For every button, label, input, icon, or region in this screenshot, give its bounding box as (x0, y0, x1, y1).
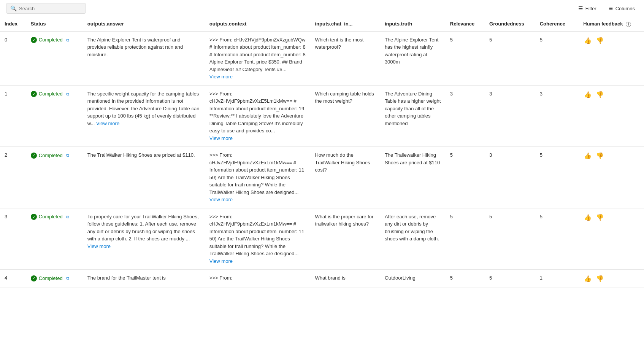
cell-context: >>> From: cHJvZHVjdF9pbmZvXzExLm1kMw== #… (205, 147, 311, 208)
status-badge: ✓Completed⧉ (31, 90, 69, 98)
col-header-truth: inputs.truth (380, 17, 446, 31)
thumbs-up-button[interactable]: 👍 (583, 274, 592, 283)
cell-coherence: 5 (535, 208, 579, 270)
external-link-icon[interactable]: ⧉ (66, 214, 69, 220)
cell-status: ✓Completed⧉ (26, 208, 83, 270)
cell-context: >>> From: cHJvZHVjdF9pbmZvXzE5Lm1kMw== #… (205, 85, 311, 147)
status-badge: ✓Completed⧉ (31, 152, 69, 159)
table-row: 3✓Completed⧉To properly care for your Tr… (0, 208, 644, 270)
cell-index: 4 (0, 270, 26, 288)
thumbs-up-button[interactable]: 👍 (583, 213, 592, 222)
status-label: Completed (39, 152, 63, 159)
cell-truth: OutdoorLiving (380, 270, 446, 288)
cell-index: 3 (0, 208, 26, 270)
context-view-more[interactable]: View more (209, 258, 233, 264)
answer-text: The Alpine Explorer Tent is waterproof a… (87, 37, 183, 57)
feedback-icons: 👍👎 (583, 90, 639, 99)
cell-relevance: 3 (446, 85, 485, 147)
external-link-icon[interactable]: ⧉ (66, 275, 69, 281)
cell-relevance: 5 (446, 31, 485, 86)
cell-relevance: 5 (446, 270, 485, 288)
thumbs-down-button[interactable]: 👎 (595, 151, 604, 160)
table-row: 0✓Completed⧉The Alpine Explorer Tent is … (0, 31, 644, 86)
feedback-icons: 👍👎 (583, 274, 639, 283)
cell-status: ✓Completed⧉ (26, 31, 83, 86)
cell-truth: After each use, remove any dirt or debri… (380, 208, 446, 270)
completed-icon: ✓ (31, 275, 37, 281)
filter-button[interactable]: ☰ Filter (575, 4, 600, 13)
thumbs-down-button[interactable]: 👎 (595, 274, 604, 283)
completed-icon: ✓ (31, 153, 37, 159)
context-view-more[interactable]: View more (209, 135, 233, 141)
cell-index: 0 (0, 31, 26, 86)
answer-view-more[interactable]: View more (96, 121, 119, 126)
col-header-relevance: Relevance (446, 17, 485, 31)
cell-human-feedback: 👍👎 (579, 208, 644, 270)
cell-answer: The TrailWalker Hiking Shoes are priced … (83, 147, 205, 208)
toolbar-right: ☰ Filter ≣ Columns (575, 4, 638, 13)
external-link-icon[interactable]: ⧉ (66, 91, 69, 97)
status-badge: ✓Completed⧉ (31, 213, 69, 221)
cell-chat-input: How much do the TrailWalker Hiking Shoes… (310, 147, 380, 208)
cell-index: 1 (0, 85, 26, 147)
cell-answer: The brand for the TrailMaster tent is (83, 270, 205, 288)
col-header-coherence: Coherence (535, 17, 579, 31)
thumbs-down-button[interactable]: 👎 (595, 36, 604, 45)
search-icon: 🔍 (10, 5, 17, 11)
cell-status: ✓Completed⧉ (26, 85, 83, 147)
thumbs-down-button[interactable]: 👎 (595, 90, 604, 99)
context-text: >>> From: cHJvZHVjdF9pbmZvXzgubWQw # Inf… (209, 37, 306, 72)
completed-icon: ✓ (31, 91, 37, 97)
col-header-context: outputs.context (205, 17, 311, 31)
context-view-more[interactable]: View more (209, 74, 233, 79)
external-link-icon[interactable]: ⧉ (66, 37, 69, 43)
cell-groundedness: 5 (485, 270, 535, 288)
cell-chat-input: Which camping table holds the most weigh… (310, 85, 380, 147)
cell-coherence: 3 (535, 85, 579, 147)
cell-status: ✓Completed⧉ (26, 147, 83, 208)
cell-groundedness: 3 (485, 85, 535, 147)
answer-view-more[interactable]: View more (87, 243, 111, 249)
cell-index: 2 (0, 147, 26, 208)
cell-relevance: 5 (446, 208, 485, 270)
feedback-icons: 👍👎 (583, 151, 639, 160)
answer-text: The TrailWalker Hiking Shoes are priced … (87, 152, 195, 158)
context-text: >>> From: cHJvZHVjdF9pbmZvXzExLm1kMw== #… (209, 214, 304, 257)
cell-human-feedback: 👍👎 (579, 31, 644, 86)
status-badge: ✓Completed⧉ (31, 36, 69, 44)
cell-context: >>> From: (205, 270, 311, 288)
status-badge: ✓Completed⧉ (31, 275, 69, 282)
table-row: 1✓Completed⧉The specific weight capacity… (0, 85, 644, 147)
cell-human-feedback: 👍👎 (579, 270, 644, 288)
col-header-index: Index (0, 17, 26, 31)
feedback-info-icon[interactable]: i (626, 22, 631, 27)
thumbs-up-button[interactable]: 👍 (583, 36, 592, 45)
search-input[interactable] (19, 6, 82, 11)
cell-groundedness: 3 (485, 147, 535, 208)
filter-icon: ☰ (578, 5, 583, 11)
cell-truth: The Trailewalker Hiking Shoes are priced… (380, 147, 446, 208)
status-label: Completed (39, 275, 63, 282)
search-box[interactable]: 🔍 (6, 3, 86, 14)
col-header-answer: outputs.answer (83, 17, 205, 31)
external-link-icon[interactable]: ⧉ (66, 152, 69, 159)
data-table: Index Status outputs.answer outputs.cont… (0, 17, 644, 288)
table-header: Index Status outputs.answer outputs.cont… (0, 17, 644, 31)
thumbs-down-button[interactable]: 👎 (595, 213, 604, 222)
completed-icon: ✓ (31, 214, 37, 220)
table-row: 2✓Completed⧉The TrailWalker Hiking Shoes… (0, 147, 644, 208)
thumbs-up-button[interactable]: 👍 (583, 90, 592, 99)
col-header-status: Status (26, 17, 83, 31)
context-view-more[interactable]: View more (209, 197, 233, 202)
cell-truth: The Adventure Dining Table has a higher … (380, 85, 446, 147)
cell-answer: The Alpine Explorer Tent is waterproof a… (83, 31, 205, 86)
completed-icon: ✓ (31, 37, 37, 43)
context-text: >>> From: cHJvZHVjdF9pbmZvXzE5Lm1kMw== #… (209, 91, 304, 134)
cell-coherence: 1 (535, 270, 579, 288)
thumbs-up-button[interactable]: 👍 (583, 151, 592, 160)
answer-text: To properly care for your TrailWalker Hi… (87, 214, 199, 242)
columns-button[interactable]: ≣ Columns (606, 4, 638, 13)
table-row: 4✓Completed⧉The brand for the TrailMaste… (0, 270, 644, 288)
cell-coherence: 5 (535, 31, 579, 86)
cell-chat-input: What brand is (310, 270, 380, 288)
